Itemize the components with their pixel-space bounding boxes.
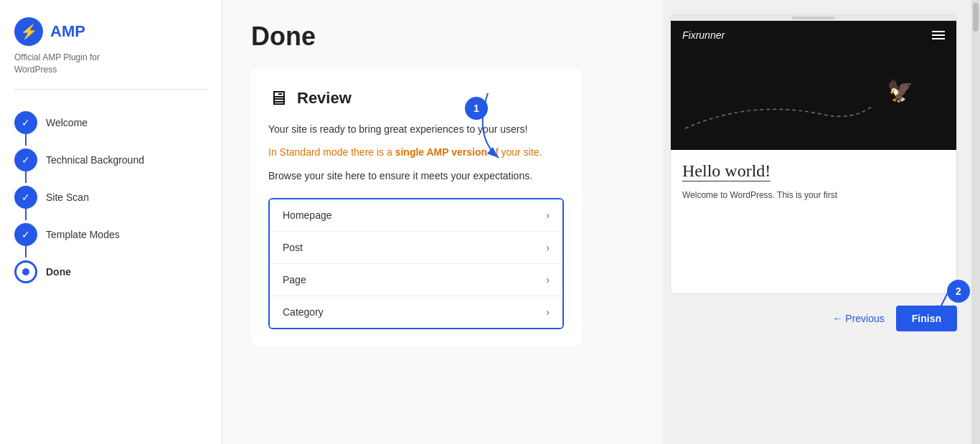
review-text-3: Browse your site here to ensure it meets… [268, 168, 564, 184]
nav-step-technical[interactable]: ✓ Technical Background [14, 141, 207, 179]
step-label-technical: Technical Background [46, 154, 144, 166]
scrollbar[interactable] [971, 0, 980, 444]
logo-area: ⚡ AMP [14, 17, 207, 46]
hamburger-icon [932, 31, 945, 39]
review-title: Review [297, 89, 352, 108]
browse-item-label-homepage: Homepage [283, 209, 332, 221]
site-logo: Fixrunner [682, 29, 725, 41]
nav-step-done[interactable]: Done [14, 253, 207, 283]
browse-item-category[interactable]: Category › [270, 296, 562, 328]
review-text-1: Your site is ready to bring great experi… [268, 121, 564, 137]
browse-item-arrow-post: › [546, 242, 550, 253]
browse-item-arrow-page: › [546, 274, 550, 285]
site-hero: 🦅 [671, 49, 956, 150]
browse-item-label-page: Page [283, 274, 306, 285]
site-header: Fixrunner [671, 21, 956, 49]
review-icon: 🖥 [268, 86, 288, 110]
bottom-bar: ← Previous Finish 2 [670, 294, 957, 339]
hero-bird-icon: 🦅 [887, 78, 913, 103]
scrollbar-thumb [973, 3, 979, 32]
review-text-2: In Standard mode there is a single AMP v… [268, 144, 564, 160]
review-section: 🖥 Review Your site is ready to bring gre… [251, 69, 581, 346]
browse-item-post[interactable]: Post › [270, 232, 562, 264]
step-label-scan: Site Scan [46, 192, 89, 203]
site-body: Hello world! Welcome to WordPress. This … [671, 150, 956, 213]
annotation-arrow-2 [921, 281, 964, 331]
step-icon-welcome: ✓ [14, 111, 37, 134]
step-label-done: Done [46, 266, 71, 278]
annotation-badge-1: 1 [465, 97, 488, 120]
phone-mockup: Fixrunner 🦅 Hello world! Welcome to Word… [670, 14, 957, 294]
review-header: 🖥 Review [268, 86, 564, 110]
browse-item-label-post: Post [283, 242, 303, 253]
browse-box: Homepage › Post › Page › Category › [268, 198, 564, 329]
logo-subtitle: Official AMP Plugin forWordPress [14, 52, 207, 76]
main-content: Done 🖥 Review Your site is ready to brin… [222, 0, 663, 444]
logo-text: AMP [50, 22, 85, 41]
step-label-template: Template Modes [46, 229, 120, 240]
browse-item-homepage[interactable]: Homepage › [270, 199, 562, 232]
preview-panel: Fixrunner 🦅 Hello world! Welcome to Word… [663, 0, 971, 444]
hello-world-heading: Hello world! [682, 161, 771, 181]
nav-step-scan[interactable]: ✓ Site Scan [14, 179, 207, 216]
browse-item-page[interactable]: Page › [270, 264, 562, 296]
page-title: Done [251, 22, 634, 52]
step-label-welcome: Welcome [46, 117, 88, 128]
previous-button[interactable]: ← Previous [832, 313, 884, 324]
step-icon-technical: ✓ [14, 148, 37, 171]
amp-logo-icon: ⚡ [14, 17, 43, 46]
browse-item-label-category: Category [283, 306, 324, 318]
browse-item-arrow-category: › [546, 306, 550, 318]
sidebar-divider [14, 89, 207, 90]
step-icon-done [14, 260, 37, 283]
site-body-text: Welcome to WordPress. This is your first [682, 189, 945, 202]
browse-item-arrow-homepage: › [546, 209, 550, 221]
nav-step-welcome[interactable]: ✓ Welcome [14, 104, 207, 141]
phone-inner: Fixrunner 🦅 Hello world! Welcome to Word… [671, 21, 956, 294]
nav-step-template[interactable]: ✓ Template Modes [14, 216, 207, 253]
hero-curve-svg [678, 93, 893, 136]
step-icon-template: ✓ [14, 223, 37, 246]
nav-steps: ✓ Welcome ✓ Technical Background ✓ Site … [14, 104, 207, 283]
sidebar: ⚡ AMP Official AMP Plugin forWordPress ✓… [0, 0, 222, 444]
step-icon-scan: ✓ [14, 186, 37, 209]
